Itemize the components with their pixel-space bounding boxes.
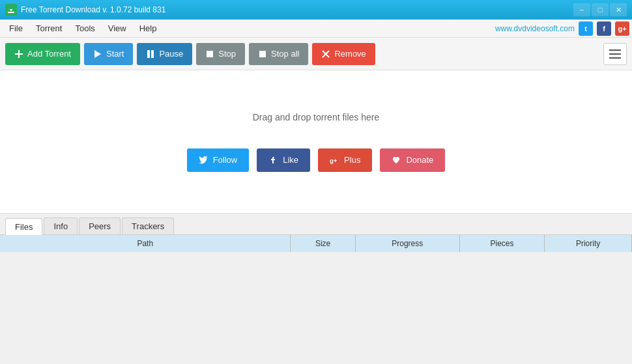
svg-rect-0 <box>8 12 14 13</box>
plus-label: Plus <box>344 155 360 165</box>
col-priority: Priority <box>545 235 632 252</box>
pause-button[interactable]: Pause <box>137 43 192 65</box>
stop-button[interactable]: Stop <box>196 43 245 65</box>
close-button[interactable]: ✕ <box>610 3 627 16</box>
external-links: www.dvdvideosoft.com t f g+ <box>495 21 629 36</box>
pause-label: Pause <box>159 49 183 59</box>
add-torrent-button[interactable]: Add Torrent <box>5 43 80 65</box>
svg-rect-4 <box>207 51 213 57</box>
svg-text:g+: g+ <box>330 156 338 163</box>
title-bar: Free Torrent Download v. 1.0.72 build 83… <box>0 0 632 20</box>
start-button[interactable]: Start <box>84 43 133 65</box>
menu-file[interactable]: File <box>3 21 29 36</box>
hamburger-bar-2 <box>609 53 621 55</box>
plus-button[interactable]: g+ Plus <box>318 148 372 172</box>
donate-label: Donate <box>406 155 433 165</box>
app-title: Free Torrent Download v. 1.0.72 build 83… <box>21 5 573 14</box>
stop-label: Stop <box>218 49 236 59</box>
social-buttons: Follow Like g+ Plus Donate <box>187 148 446 172</box>
svg-rect-2 <box>147 50 150 58</box>
col-size: Size <box>291 235 355 252</box>
like-button[interactable]: Like <box>257 148 310 172</box>
minimize-button[interactable]: − <box>573 3 590 16</box>
maximize-button[interactable]: □ <box>592 3 609 16</box>
menu-toggle-button[interactable] <box>603 43 627 65</box>
menu-bar: File Torrent Tools View Help www.dvdvide… <box>0 20 632 38</box>
svg-marker-1 <box>94 50 101 58</box>
tab-info[interactable]: Info <box>44 217 78 234</box>
twitter-header-icon[interactable]: t <box>579 21 593 36</box>
col-pieces: Pieces <box>459 235 544 252</box>
hamburger-bar-3 <box>609 57 621 59</box>
menu-help[interactable]: Help <box>133 21 164 36</box>
facebook-header-icon[interactable]: f <box>597 21 611 36</box>
svg-rect-5 <box>259 51 266 57</box>
follow-button[interactable]: Follow <box>187 148 250 172</box>
add-torrent-label: Add Torrent <box>27 49 71 59</box>
app-icon <box>5 4 17 16</box>
bottom-panel: Files Info Peers Trackers Path Size Prog… <box>0 214 632 252</box>
stop-all-button[interactable]: Stop all <box>249 43 308 65</box>
toolbar: Add Torrent Start Pause Stop Stop all Re… <box>0 38 632 70</box>
tab-trackers[interactable]: Trackers <box>122 217 174 234</box>
start-label: Start <box>106 49 124 59</box>
donate-button[interactable]: Donate <box>380 148 445 172</box>
window-controls: − □ ✕ <box>573 3 627 16</box>
menu-torrent[interactable]: Torrent <box>29 21 68 36</box>
file-table: Path Size Progress Pieces Priority <box>0 235 632 252</box>
col-path: Path <box>0 235 291 252</box>
menu-tools[interactable]: Tools <box>68 21 101 36</box>
like-label: Like <box>283 155 298 165</box>
remove-button[interactable]: Remove <box>312 43 375 65</box>
stop-all-label: Stop all <box>271 49 299 59</box>
googleplus-header-icon[interactable]: g+ <box>615 21 629 36</box>
col-progress: Progress <box>355 235 459 252</box>
tab-files[interactable]: Files <box>5 218 42 235</box>
svg-rect-3 <box>151 50 154 58</box>
tabs: Files Info Peers Trackers <box>0 214 632 235</box>
tab-peers[interactable]: Peers <box>79 217 121 234</box>
drag-drop-text: Drag and drop torrent files here <box>253 112 380 122</box>
main-content: Drag and drop torrent files here Follow … <box>0 70 632 214</box>
remove-label: Remove <box>334 49 366 59</box>
dvd-link[interactable]: www.dvdvideosoft.com <box>495 24 575 33</box>
hamburger-bar-1 <box>609 49 621 51</box>
follow-label: Follow <box>213 155 238 165</box>
menu-view[interactable]: View <box>102 21 133 36</box>
